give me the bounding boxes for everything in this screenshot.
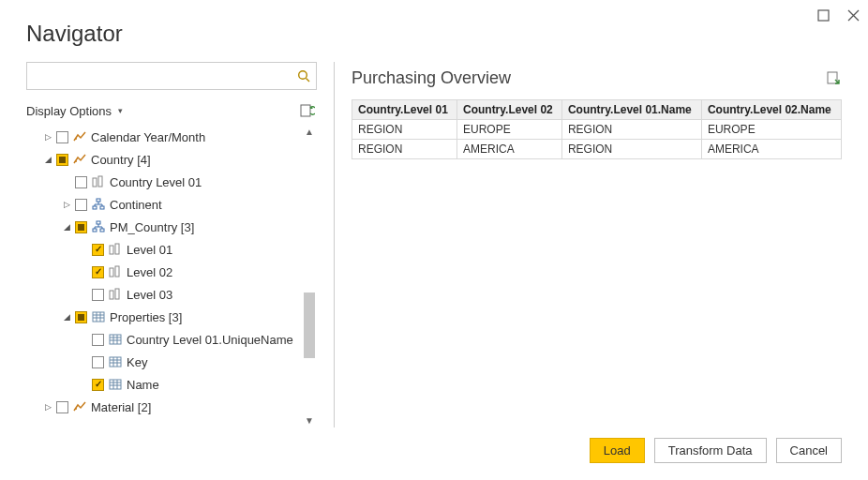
svg-rect-19 <box>93 312 104 322</box>
collapse-icon[interactable]: ◢ <box>62 222 71 232</box>
search-icon[interactable] <box>292 63 316 89</box>
checkbox[interactable] <box>75 221 87 233</box>
preview-panel: Purchasing Overview Country.Level 01 Cou… <box>352 62 842 428</box>
tree-node-level03[interactable]: Level 03 <box>26 283 317 306</box>
checkbox[interactable] <box>56 154 68 166</box>
col-header: Country.Level 02.Name <box>701 100 841 120</box>
header: Navigator <box>0 0 868 52</box>
checkbox[interactable] <box>92 334 104 346</box>
expand-icon[interactable]: ▷ <box>62 200 71 209</box>
svg-rect-15 <box>110 268 113 277</box>
load-button[interactable]: Load <box>590 438 645 463</box>
scroll-up-icon[interactable]: ▲ <box>302 124 317 139</box>
tree-label: Country Level 01.UniqueName <box>127 333 293 347</box>
cell: EUROPE <box>701 120 841 140</box>
svg-rect-5 <box>93 178 97 187</box>
collapse-icon[interactable]: ◢ <box>43 155 52 164</box>
tree-node-material[interactable]: ▷ Material [2] <box>26 396 317 418</box>
tree-label: Continent <box>110 198 162 212</box>
tree-node-level02[interactable]: Level 02 <box>26 261 317 283</box>
tree-node-continent[interactable]: ▷ Continent <box>26 193 317 216</box>
tree-label: Level 03 <box>127 288 172 302</box>
checkbox[interactable] <box>56 401 68 413</box>
col-header: Country.Level 01 <box>352 100 457 120</box>
svg-point-23 <box>75 408 77 410</box>
tree-node-properties[interactable]: ◢ Properties [3] <box>26 306 317 328</box>
svg-rect-17 <box>110 291 113 299</box>
checkbox[interactable] <box>56 131 68 143</box>
window-title: Navigator <box>26 21 842 47</box>
scroll-thumb[interactable] <box>304 292 315 358</box>
options-row: Display Options ▾ <box>26 98 317 124</box>
table-icon <box>108 377 123 392</box>
checkbox[interactable] <box>92 356 104 368</box>
transform-data-button[interactable]: Transform Data <box>654 438 767 463</box>
expand-icon[interactable]: ▷ <box>43 132 52 142</box>
col-header: Country.Level 01.Name <box>561 100 701 120</box>
svg-rect-16 <box>115 266 119 277</box>
col-header: Country.Level 02 <box>456 100 561 120</box>
svg-point-3 <box>75 138 77 140</box>
tree-node-pmcountry[interactable]: ◢ PM_Country [3] <box>26 216 317 238</box>
level-icon <box>108 287 123 302</box>
cell: AMERICA <box>456 140 561 159</box>
cell: REGION <box>561 140 701 159</box>
navigator-panel: Display Options ▾ ▷ Calendar Year/Month … <box>26 62 317 428</box>
tree-node-uniquename[interactable]: Country Level 01.UniqueName <box>26 328 317 351</box>
tree-node-name[interactable]: Name <box>26 373 317 396</box>
svg-rect-13 <box>110 246 113 254</box>
checkbox[interactable] <box>92 266 104 278</box>
expand-icon[interactable]: ▷ <box>43 402 52 412</box>
level-icon <box>91 174 106 189</box>
svg-rect-20 <box>110 335 121 344</box>
svg-rect-11 <box>93 229 97 232</box>
checkbox[interactable] <box>92 379 104 391</box>
tree-node-calendar[interactable]: ▷ Calendar Year/Month <box>26 126 317 148</box>
cell: REGION <box>561 120 701 140</box>
chevron-down-icon: ▾ <box>115 106 125 115</box>
preview-options-icon[interactable] <box>825 69 842 86</box>
checkbox[interactable] <box>92 289 104 301</box>
svg-rect-21 <box>110 357 121 367</box>
titlebar <box>816 8 861 22</box>
tree-node-country-level01[interactable]: Country Level 01 <box>26 171 317 193</box>
scroll-down-icon[interactable]: ▼ <box>302 412 317 428</box>
tree-node-key[interactable]: Key <box>26 351 317 373</box>
checkbox[interactable] <box>75 199 87 211</box>
dimension-icon <box>72 129 87 144</box>
maximize-icon[interactable] <box>816 8 831 22</box>
table-row: REGION AMERICA REGION AMERICA <box>352 140 842 159</box>
svg-rect-10 <box>97 221 100 224</box>
dimension-icon <box>72 399 87 414</box>
dialog-footer: Load Transform Data Cancel <box>590 438 842 463</box>
cell: EUROPE <box>456 120 561 140</box>
search-input[interactable] <box>27 69 292 83</box>
table-icon <box>108 332 123 347</box>
panel-divider <box>334 62 335 428</box>
svg-rect-18 <box>115 289 119 299</box>
tree-label: Country Level 01 <box>110 175 202 189</box>
body: Display Options ▾ ▷ Calendar Year/Month … <box>0 52 868 428</box>
tree-node-country[interactable]: ◢ Country [4] <box>26 148 317 171</box>
display-options-dropdown[interactable]: Display Options ▾ <box>26 104 125 118</box>
refresh-icon[interactable] <box>298 101 317 120</box>
checkbox[interactable] <box>75 311 87 323</box>
search-box <box>26 62 317 90</box>
close-icon[interactable] <box>846 8 861 22</box>
tree-scrollbar[interactable]: ▲ ▼ <box>302 124 317 428</box>
cancel-button[interactable]: Cancel <box>776 438 842 463</box>
display-options-label: Display Options <box>26 104 112 118</box>
collapse-icon[interactable]: ◢ <box>62 312 71 322</box>
svg-rect-7 <box>97 199 100 202</box>
tree-wrap: ▷ Calendar Year/Month ◢ Country [4] Coun… <box>26 124 317 428</box>
svg-rect-12 <box>100 229 104 232</box>
tree-node-level01[interactable]: Level 01 <box>26 238 317 261</box>
checkbox[interactable] <box>75 176 87 188</box>
level-icon <box>108 264 123 279</box>
cell: REGION <box>352 140 457 159</box>
svg-rect-0 <box>818 10 829 21</box>
tree-label: Level 01 <box>127 243 172 257</box>
tree-label: PM_Country [3] <box>110 220 194 234</box>
cell: AMERICA <box>701 140 841 159</box>
checkbox[interactable] <box>92 244 104 256</box>
